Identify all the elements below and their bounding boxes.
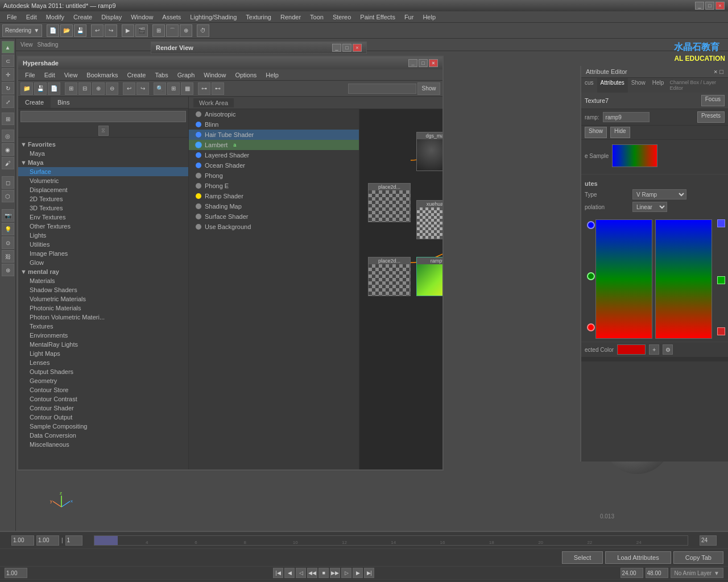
hs-show-btn[interactable]: Show [417, 82, 440, 95]
shader-ocean[interactable]: Ocean Shader [189, 160, 359, 171]
work-area-tab[interactable]: Work Area [193, 98, 234, 107]
tree-item-photon-vol[interactable]: Photon Volumetric Materi... [18, 313, 188, 322]
tree-item-3d-textures[interactable]: 3D Textures [18, 203, 188, 213]
save-btn[interactable]: 💾 [74, 24, 86, 37]
rv-maximize[interactable]: □ [342, 44, 351, 52]
attr-editor-close[interactable]: × [714, 68, 717, 75]
select-tool[interactable]: ▲ [2, 41, 14, 53]
shader-shading-map[interactable]: Shading Map [189, 201, 359, 211]
hs-tool-3[interactable]: 📄 [48, 82, 60, 95]
title-bar-buttons[interactable]: _ □ × [695, 2, 725, 10]
menu-assets[interactable]: Assets [158, 13, 185, 22]
menu-help[interactable]: Help [418, 13, 440, 22]
hs-tool-2[interactable]: 💾 [34, 82, 47, 95]
ramp-value-input[interactable] [603, 112, 650, 122]
cluster-tool[interactable]: ⊛ [2, 264, 14, 276]
hs-tool-6[interactable]: ⊕ [92, 82, 105, 95]
hs-tool-8[interactable]: ↩ [123, 82, 135, 95]
hs-menu-tabs[interactable]: Tabs [150, 70, 172, 80]
shader-phong-e[interactable]: Phong E [189, 181, 359, 191]
presets-btn[interactable]: Presets [697, 111, 725, 123]
create-poly-tool[interactable]: ◻ [2, 176, 14, 189]
menu-fur[interactable]: Fur [400, 13, 419, 22]
selected-color-swatch[interactable] [617, 344, 646, 355]
color-stop-red[interactable] [587, 323, 595, 331]
attr-editor-expand[interactable]: □ [719, 68, 723, 75]
shader-hair-tube[interactable]: Hair Tube Shader [189, 130, 359, 140]
type-select[interactable]: V Ramp U Ramp Diagonal Ramp [632, 189, 686, 199]
play-back-btn[interactable]: ◀◀ [307, 568, 317, 578]
ipr-btn[interactable]: 🎬 [135, 24, 148, 37]
tree-item-mr-lights[interactable]: MentalRay Lights [18, 340, 188, 349]
tree-item-sample-comp[interactable]: Sample Compositing [18, 422, 188, 431]
filter-icon[interactable]: ⧖ [98, 126, 109, 136]
new-scene-btn[interactable]: 📄 [47, 24, 59, 37]
tree-item-lenses[interactable]: Lenses [18, 358, 188, 367]
hs-tool-11[interactable]: ⊞ [167, 82, 180, 95]
lasso-tool[interactable]: ⊂ [2, 55, 14, 67]
tree-item-displacement[interactable]: Displacement [18, 185, 188, 194]
show-manip-tool[interactable]: ⊞ [2, 113, 14, 125]
menu-create[interactable]: Create [69, 13, 97, 22]
hs-maximize[interactable]: □ [419, 59, 428, 67]
hs-tool-14[interactable]: ⊷ [212, 82, 224, 95]
tree-item-image-planes[interactable]: Image Planes [18, 249, 188, 258]
copy-tab-button[interactable]: Copy Tab [673, 551, 723, 564]
node-xuehua-1[interactable]: xuehua_1 [416, 200, 442, 239]
mode-dropdown[interactable]: Rendering ▼ [2, 24, 42, 37]
anim-layer-dropdown[interactable]: No Anim Layer ▼ [671, 568, 724, 578]
scale-tool[interactable]: ⤢ [2, 95, 14, 108]
tree-item-other-textures[interactable]: Other Textures [18, 222, 188, 231]
shader-anisotropic[interactable]: Anisotropic [189, 109, 359, 119]
hs-menu-graph[interactable]: Graph [173, 70, 200, 80]
tree-item-glow[interactable]: Glow [18, 258, 188, 267]
tree-item-contour-output[interactable]: Contour Output [18, 413, 188, 422]
shader-lambert[interactable]: Lambert a [189, 140, 359, 150]
shader-phong[interactable]: Phong [189, 171, 359, 181]
rotate-tool[interactable]: ↻ [2, 82, 14, 94]
timeline-bar[interactable]: 2 4 6 8 10 12 14 16 18 20 22 24 [94, 535, 688, 546]
light-tool[interactable]: 💡 [2, 223, 14, 235]
tree-item-volumetric[interactable]: Volumetric [18, 176, 188, 185]
shader-blinn[interactable]: Blinn [189, 119, 359, 130]
tree-item-materials[interactable]: Materials [18, 276, 188, 285]
end-frame-input[interactable] [700, 535, 717, 546]
show-btn[interactable]: Show [585, 127, 607, 138]
shader-ramp[interactable]: Ramp Shader [189, 191, 359, 201]
play-btn[interactable]: ▶▶ [330, 568, 340, 578]
menu-display[interactable]: Display [97, 13, 126, 22]
hs-tool-7[interactable]: ⊖ [106, 82, 118, 95]
undo-btn[interactable]: ↩ [91, 24, 104, 37]
menu-lighting[interactable]: Lighting/Shading [185, 13, 241, 22]
menu-modify[interactable]: Modify [42, 13, 69, 22]
shader-layered[interactable]: Layered Shader [189, 150, 359, 160]
playback-start-input[interactable] [5, 568, 27, 578]
rv-close[interactable]: × [353, 44, 362, 52]
playback-end-input[interactable] [621, 568, 643, 578]
menu-window[interactable]: Window [126, 13, 158, 22]
soft-mod-tool[interactable]: ◎ [2, 130, 14, 142]
hs-menu-help[interactable]: Help [261, 70, 283, 80]
hypershade-title-buttons[interactable]: _ □ × [408, 59, 438, 67]
menu-texturing[interactable]: Texturing [241, 13, 276, 22]
hs-tool-1[interactable]: 📁 [20, 82, 33, 95]
hs-tool-10[interactable]: 🔍 [154, 82, 166, 95]
tree-item-light-maps[interactable]: Light Maps [18, 349, 188, 358]
current-time-input[interactable] [36, 535, 59, 546]
menu-edit[interactable]: Edit [22, 13, 42, 22]
tree-item-maya-top[interactable]: Maya [18, 149, 188, 158]
tree-item-photonic[interactable]: Photonic Materials [18, 304, 188, 313]
tree-item-output-shaders[interactable]: Output Shaders [18, 367, 188, 376]
color-expand-btn[interactable]: + [649, 344, 659, 355]
create-nurbs-tool[interactable]: ⬡ [2, 190, 14, 202]
menu-paint[interactable]: Paint Effects [355, 13, 400, 22]
focus-btn[interactable]: Focus [701, 95, 725, 106]
stop-btn[interactable]: ■ [318, 568, 329, 578]
stop-box-red[interactable] [717, 327, 725, 335]
tree-item-misc[interactable]: Miscellaneous [18, 440, 188, 449]
redo-btn[interactable]: ↪ [105, 24, 117, 37]
hs-minimize[interactable]: _ [408, 59, 417, 67]
minimize-btn[interactable]: _ [695, 2, 704, 10]
go-end-btn[interactable]: ▶| [364, 568, 374, 578]
hs-menu-bookmarks[interactable]: Bookmarks [82, 70, 122, 80]
